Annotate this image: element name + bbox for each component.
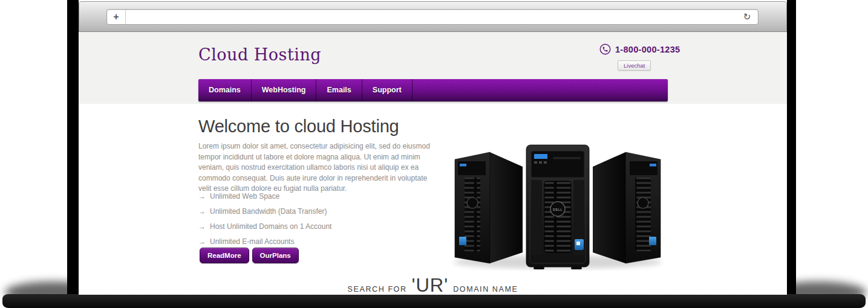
server-towers-illustration: DELL — [449, 143, 667, 272]
feature-item: → Unlimited Web Space — [198, 192, 331, 201]
arrow-icon: → — [198, 222, 206, 231]
dell-logo-text: DELL — [553, 208, 563, 211]
browser-window: + ↻ Cloud Hosting 1-800-000-1235 — [79, 1, 787, 295]
nav-item-webhosting[interactable]: WebHosting — [252, 79, 317, 101]
arrow-icon: → — [198, 237, 206, 246]
feature-label: Unlimited E-mail Accounts — [210, 237, 294, 246]
ourplans-button[interactable]: OurPlans — [252, 248, 299, 263]
laptop-bezel-left — [67, 0, 79, 296]
nav-item-support[interactable]: Support — [362, 79, 413, 101]
phone-icon — [599, 43, 611, 55]
search-suffix: DOMAIN NAME — [453, 285, 518, 294]
phone-contact: 1-800-000-1235 — [599, 43, 680, 55]
nav-item-emails[interactable]: Emails — [316, 79, 362, 101]
page-heading: Welcome to cloud Hosting — [198, 117, 399, 136]
feature-label: Unlimited Bandwidth (Data Transfer) — [210, 207, 327, 216]
new-tab-button[interactable]: + — [107, 10, 126, 24]
cta-button-row: ReadMore OurPlans — [200, 248, 299, 263]
livechat-button[interactable]: Livechat — [618, 60, 651, 71]
refresh-icon: ↻ — [743, 11, 751, 22]
laptop-bezel-right — [787, 0, 796, 296]
plus-icon: + — [113, 11, 119, 22]
browser-toolbar: + ↻ — [79, 1, 787, 32]
feature-item: → Unlimited Bandwidth (Data Transfer) — [198, 207, 331, 216]
site-header: Cloud Hosting 1-800-000-1235 Livechat Do… — [79, 32, 787, 104]
main-nav: Domains WebHosting Emails Support — [198, 79, 668, 101]
intro-paragraph: Lorem ipsum dolor sit amet, consectetur … — [198, 141, 436, 194]
feature-item: → Host Unlimited Domains on 1 Account — [198, 222, 331, 231]
feature-label: Unlimited Web Space — [210, 192, 279, 201]
arrow-icon: → — [198, 192, 206, 201]
search-highlight: 'UR' — [412, 275, 449, 297]
feature-label: Host Unlimited Domains on 1 Account — [210, 222, 331, 231]
refresh-button[interactable]: ↻ — [736, 10, 758, 24]
readmore-button[interactable]: ReadMore — [200, 248, 249, 263]
arrow-icon: → — [198, 207, 206, 216]
search-prefix: SEARCH FOR — [348, 285, 407, 294]
feature-item: → Unlimited E-mail Accounts — [198, 237, 331, 246]
nav-item-domains[interactable]: Domains — [198, 79, 252, 101]
url-bar: + ↻ — [106, 9, 759, 25]
screenshot-stage: + ↻ Cloud Hosting 1-800-000-1235 — [0, 0, 868, 308]
site-logo[interactable]: Cloud Hosting — [198, 45, 321, 64]
features-list: → Unlimited Web Space → Unlimited Bandwi… — [198, 192, 331, 252]
phone-number: 1-800-000-1235 — [615, 45, 680, 54]
main-content: Welcome to cloud Hosting Lorem ipsum dol… — [79, 104, 787, 295]
search-banner: SEARCH FOR 'UR' DOMAIN NAME — [79, 275, 787, 297]
url-input[interactable] — [126, 10, 736, 24]
